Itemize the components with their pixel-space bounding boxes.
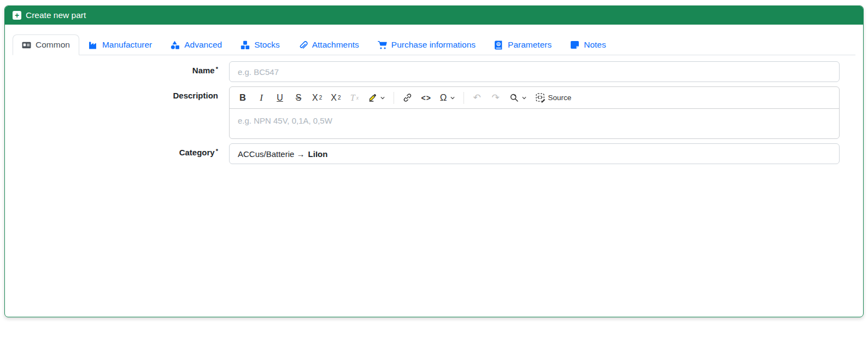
italic-button[interactable]: I (254, 91, 268, 105)
book-icon (494, 40, 503, 50)
source-label: Source (548, 94, 572, 102)
tab-notes[interactable]: Notes (561, 34, 615, 55)
page-title: Create new part (26, 10, 86, 20)
toolbar-separator (394, 92, 394, 104)
card-header: + Create new part (5, 6, 863, 25)
tab-label: Manufacturer (102, 40, 152, 50)
create-part-card: + Create new part Common Manufacturer Ad… (4, 5, 864, 317)
card-body: Common Manufacturer Advanced Stocks Atta… (5, 25, 863, 337)
cubes-icon (241, 40, 250, 50)
link-button[interactable] (400, 91, 414, 105)
description-label: Description (17, 86, 218, 100)
bold-button[interactable]: B (236, 91, 250, 105)
tab-label: Stocks (254, 40, 280, 50)
tab-label: Purchase informations (391, 40, 476, 50)
editor-toolbar: B I U S X2 X2 Tx (230, 87, 839, 109)
tab-label: Common (36, 40, 70, 50)
highlight-marker-icon (368, 93, 377, 102)
source-button[interactable]: Source (533, 91, 574, 105)
remove-format-button[interactable]: Tx (347, 91, 361, 105)
tab-label: Attachments (312, 40, 359, 50)
tab-advanced[interactable]: Advanced (161, 34, 231, 55)
sticky-note-icon (570, 40, 579, 50)
toolbar-separator (464, 92, 464, 104)
category-value-selected: LiIon (308, 149, 328, 159)
paperclip-icon (298, 40, 308, 50)
id-card-icon (22, 40, 31, 50)
plus-square-icon: + (13, 11, 21, 20)
code-button[interactable]: <> (419, 91, 433, 105)
category-value-path: ACCus/Batterie → (238, 149, 305, 159)
rich-text-editor: B I U S X2 X2 Tx (229, 86, 840, 139)
tab-label: Parameters (508, 40, 552, 50)
required-marker: * (216, 148, 218, 154)
chevron-down-icon (229, 164, 840, 337)
chevron-down-icon (450, 95, 455, 101)
tab-attachments[interactable]: Attachments (289, 34, 368, 55)
description-editor[interactable]: e.g. NPN 45V, 0,1A, 0,5W (230, 109, 839, 138)
category-row: Category* ACCus/Batterie → LiIon (17, 143, 840, 337)
category-label: Category* (17, 143, 218, 157)
factory-icon (89, 40, 98, 50)
tab-bar: Common Manufacturer Advanced Stocks Atta… (13, 34, 855, 55)
description-row: Description B I U S X2 X2 Tx (17, 86, 840, 139)
link-icon (403, 93, 412, 102)
underline-button[interactable]: U (273, 91, 287, 105)
chevron-down-icon (380, 95, 385, 101)
highlight-button[interactable] (366, 91, 388, 105)
superscript-button[interactable]: X2 (329, 91, 343, 105)
tab-parameters[interactable]: Parameters (485, 34, 561, 55)
strikethrough-button[interactable]: S (291, 91, 306, 105)
tab-label: Advanced (184, 40, 222, 50)
tab-stocks[interactable]: Stocks (231, 34, 289, 55)
find-replace-button[interactable] (507, 91, 529, 105)
undo-button[interactable]: ↶ (470, 91, 484, 105)
tab-purchase-informations[interactable]: Purchase informations (368, 34, 485, 55)
find-replace-icon (509, 93, 519, 102)
name-row: Name* (17, 61, 840, 82)
name-label: Name* (17, 61, 218, 75)
source-icon (536, 93, 546, 103)
special-characters-button[interactable]: Ω (438, 91, 458, 105)
tab-manufacturer[interactable]: Manufacturer (79, 34, 161, 55)
category-select[interactable]: ACCus/Batterie → LiIon (229, 143, 840, 164)
common-tab-form: Name* Description B I U S X2 (13, 55, 855, 337)
subscript-button[interactable]: X2 (310, 91, 324, 105)
shapes-icon (171, 40, 180, 50)
name-input[interactable] (229, 61, 840, 82)
redo-button[interactable]: ↷ (489, 91, 503, 105)
tab-label: Notes (584, 40, 606, 50)
required-marker: * (216, 66, 218, 72)
chevron-down-icon (521, 95, 527, 101)
tab-common[interactable]: Common (13, 34, 79, 55)
shopping-cart-icon (378, 40, 387, 50)
